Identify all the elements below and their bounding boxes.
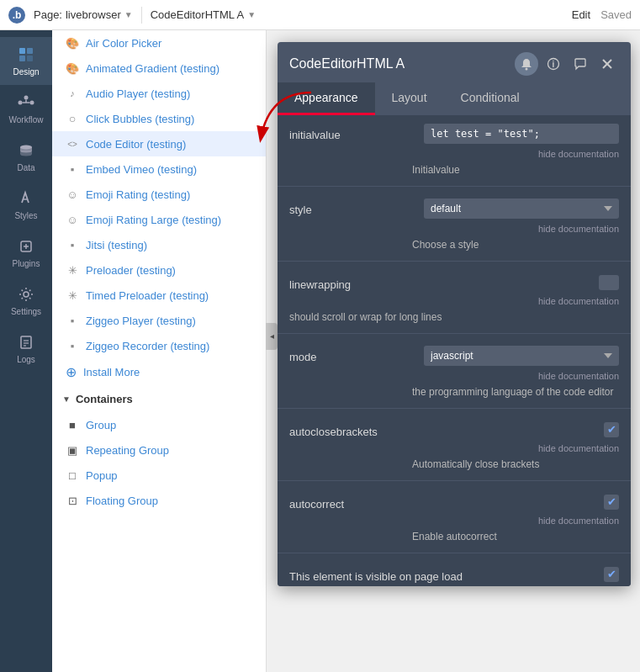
info-icon[interactable]: i bbox=[542, 52, 565, 76]
field-control-mode: javascript python html css bbox=[424, 346, 619, 366]
page-selector[interactable]: Page: livebrowser ▼ bbox=[34, 8, 133, 21]
data-label: Data bbox=[17, 163, 34, 172]
page-dropdown-arrow[interactable]: ▼ bbox=[124, 10, 133, 19]
group-icon: ■ bbox=[66, 418, 79, 431]
item-label: Ziggeo Recorder (testing) bbox=[86, 340, 209, 352]
initialvalue-input[interactable] bbox=[424, 124, 619, 144]
visible-on-load-checkbox[interactable]: ✔ bbox=[604, 567, 619, 582]
install-more-button[interactable]: ⊕ Install More bbox=[52, 358, 266, 386]
list-item[interactable]: ▪ Jitsi (testing) bbox=[52, 232, 266, 257]
notifications-icon[interactable] bbox=[515, 52, 538, 76]
top-bar-right: Edit Saved bbox=[572, 8, 632, 21]
panel-header-icons: i bbox=[515, 52, 619, 76]
sidebar-item-design[interactable]: Design bbox=[0, 37, 52, 85]
field-mode: mode javascript python html css bbox=[278, 337, 631, 369]
editor-dropdown-arrow[interactable]: ▼ bbox=[247, 10, 256, 19]
panel-header: CodeEditorHTML A i bbox=[278, 42, 631, 82]
sidebar-item-plugins[interactable]: Plugins bbox=[0, 229, 52, 277]
sidebar-item-workflow[interactable]: Workflow bbox=[0, 85, 52, 133]
logo[interactable]: .b bbox=[8, 7, 25, 24]
containers-section-header[interactable]: ▼ Containers bbox=[52, 386, 266, 412]
list-item[interactable]: ♪ Audio Player (testing) bbox=[52, 81, 266, 106]
top-bar: .b Page: livebrowser ▼ CodeEditorHTML A … bbox=[0, 0, 640, 30]
list-item-floating-group[interactable]: ⊡ Floating Group bbox=[52, 488, 266, 513]
workflow-label: Workflow bbox=[9, 115, 44, 124]
list-item-repeating-group[interactable]: ▣ Repeating Group bbox=[52, 437, 266, 463]
list-item[interactable]: ▪ Ziggeo Recorder (testing) bbox=[52, 333, 266, 358]
editor-selector[interactable]: CodeEditorHTML A ▼ bbox=[151, 8, 563, 21]
sidebar-item-data[interactable]: Data bbox=[0, 133, 52, 181]
data-icon bbox=[17, 141, 35, 160]
field-visible-on-load: This element is visible on page load ✔ bbox=[278, 557, 631, 586]
separator bbox=[278, 261, 631, 262]
list-item[interactable]: ✳ Preloader (testing) bbox=[52, 257, 266, 283]
svg-point-5 bbox=[24, 96, 29, 100]
list-item[interactable]: ▪ Ziggeo Player (testing) bbox=[52, 308, 266, 333]
svg-point-6 bbox=[30, 101, 34, 105]
list-item-popup[interactable]: □ Popup bbox=[52, 463, 266, 488]
autocorrect-checkbox[interactable]: ✔ bbox=[604, 495, 619, 510]
autoclosebrackets-checkbox[interactable]: ✔ bbox=[604, 422, 619, 437]
page-value: livebrowser bbox=[66, 8, 121, 21]
jitsi-icon: ▪ bbox=[66, 238, 79, 251]
panel-tabs: Appearance Layout Conditional bbox=[278, 82, 631, 115]
comment-icon[interactable] bbox=[569, 52, 592, 76]
sidebar-item-styles[interactable]: Styles bbox=[0, 181, 52, 229]
sidebar-item-logs[interactable]: Logs bbox=[0, 325, 52, 373]
linewrapping-control[interactable] bbox=[599, 275, 619, 290]
item-label: Emoji Rating Large (testing) bbox=[86, 214, 221, 226]
doc-mode[interactable]: hide documentation bbox=[278, 369, 631, 384]
list-item[interactable]: 🎨 Air Color Picker bbox=[52, 30, 266, 56]
list-item[interactable]: ✳ Timed Preloader (testing) bbox=[52, 283, 266, 308]
saved-status: Saved bbox=[600, 8, 632, 21]
tab-conditional[interactable]: Conditional bbox=[444, 82, 537, 115]
list-item[interactable]: ☺ Emoji Rating Large (testing) bbox=[52, 207, 266, 232]
repeating-group-icon: ▣ bbox=[66, 443, 79, 457]
settings-label: Settings bbox=[11, 307, 41, 316]
doc-autocorrect[interactable]: hide documentation bbox=[278, 514, 631, 529]
list-item[interactable]: ☺ Emoji Rating (testing) bbox=[52, 182, 266, 207]
item-label: Preloader (testing) bbox=[86, 264, 176, 277]
style-select[interactable]: default monokai eclipse bbox=[424, 198, 619, 219]
logs-label: Logs bbox=[17, 355, 35, 364]
list-item[interactable]: ▪ Embed Vimeo (testing) bbox=[52, 156, 266, 182]
ziggeo-player-icon: ▪ bbox=[66, 314, 79, 327]
item-label: Repeating Group bbox=[86, 444, 169, 457]
svg-rect-1 bbox=[27, 48, 33, 54]
field-style: style default monokai eclipse bbox=[278, 190, 631, 222]
doc-style[interactable]: hide documentation bbox=[278, 222, 631, 237]
floating-group-icon: ⊡ bbox=[66, 494, 79, 507]
list-item-group[interactable]: ■ Group bbox=[52, 412, 266, 437]
install-more-icon: ⊕ bbox=[66, 364, 77, 380]
item-label: Jitsi (testing) bbox=[86, 239, 147, 251]
list-item[interactable]: 🎨 Animated Gradient (testing) bbox=[52, 56, 266, 81]
separator bbox=[278, 333, 631, 334]
sidebar-item-settings[interactable]: Settings bbox=[0, 277, 52, 325]
code-editor-icon: <> bbox=[66, 137, 79, 151]
doc-initialvalue[interactable]: hide documentation bbox=[278, 147, 631, 162]
workflow-icon bbox=[17, 93, 35, 112]
field-control-initialvalue bbox=[424, 124, 619, 144]
doc-linewrapping[interactable]: hide documentation bbox=[278, 294, 631, 310]
tab-layout[interactable]: Layout bbox=[375, 82, 444, 115]
collapse-sidebar-button[interactable]: ◂ bbox=[266, 323, 278, 350]
doc-autoclosebrackets[interactable]: hide documentation bbox=[278, 442, 631, 457]
list-item[interactable]: ○ Click Bubbles (testing) bbox=[52, 106, 266, 131]
embed-vimeo-icon: ▪ bbox=[66, 162, 79, 176]
list-item-code-editor[interactable]: <> Code Editor (testing) bbox=[52, 131, 266, 156]
field-initialvalue: initialvalue bbox=[278, 115, 631, 147]
plugins-label: Plugins bbox=[13, 259, 40, 268]
item-label: Animated Gradient (testing) bbox=[86, 62, 220, 75]
field-linewrapping: linewrapping bbox=[278, 265, 631, 294]
edit-button[interactable]: Edit bbox=[572, 8, 590, 21]
preloader-icon: ✳ bbox=[66, 263, 79, 277]
desc-autocorrect: Enable autocorrect bbox=[278, 529, 631, 549]
item-label: Emoji Rating (testing) bbox=[86, 188, 190, 201]
item-label: Air Color Picker bbox=[86, 37, 161, 50]
desc-mode: the programming language of the code edi… bbox=[278, 384, 631, 405]
desc-initialvalue: Initialvalue bbox=[278, 162, 631, 183]
tab-appearance[interactable]: Appearance bbox=[278, 82, 375, 115]
emoji-rating-icon: ☺ bbox=[66, 188, 79, 201]
close-icon[interactable] bbox=[595, 52, 619, 76]
mode-select[interactable]: javascript python html css bbox=[424, 346, 619, 366]
